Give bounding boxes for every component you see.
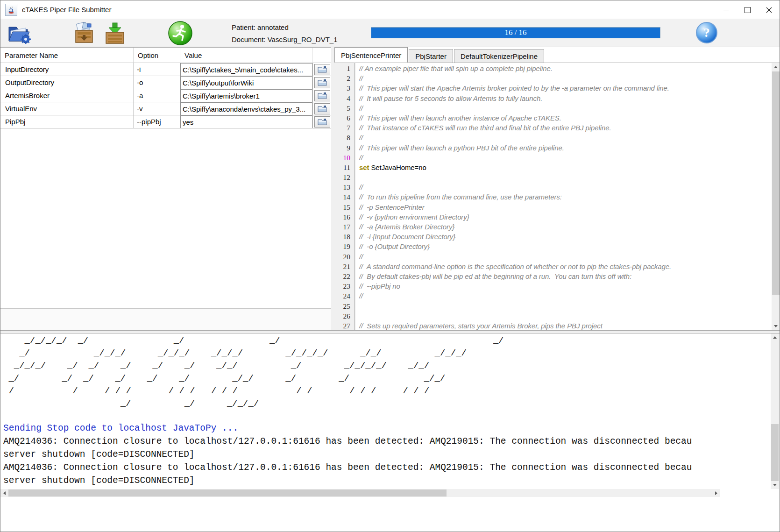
console-hscroll-thumb[interactable] bbox=[8, 489, 447, 497]
tab-DefaultTokenizerPipeline[interactable]: DefaultTokenizerPipeline bbox=[454, 49, 544, 63]
split-divider-vertical[interactable] bbox=[331, 47, 334, 330]
titlebar: cTAKES Piper File Submitter bbox=[0, 0, 780, 19]
piper-tabstrip: PbjSentencePrinterPbjStarterDefaultToken… bbox=[334, 47, 780, 63]
open-crate-button[interactable] bbox=[73, 22, 95, 46]
column-header: Value bbox=[180, 48, 312, 63]
code-line bbox=[359, 173, 771, 183]
param-value[interactable]: C:\Spiffy\output\forWiki bbox=[180, 76, 312, 89]
column-header: Option bbox=[134, 48, 180, 63]
code-line: // That instance of cTAKES will run the … bbox=[359, 124, 771, 134]
code-line: // This piper will then launch a python … bbox=[359, 144, 771, 154]
code-line: // bbox=[359, 292, 771, 302]
folder-icon bbox=[318, 118, 327, 125]
param-browse-cell bbox=[312, 76, 331, 89]
line-number-gutter: 1234567891011121314151617181920212223242… bbox=[334, 63, 355, 330]
run-button[interactable] bbox=[168, 21, 193, 47]
scroll-right-button[interactable] bbox=[712, 489, 720, 497]
scroll-down-button[interactable] bbox=[771, 481, 779, 489]
param-option: -o bbox=[134, 76, 180, 89]
code-line: // This piper will then launch another i… bbox=[359, 114, 771, 124]
line-number: 7 bbox=[334, 124, 354, 134]
code-line: // To run this pipeline from the command… bbox=[359, 193, 771, 203]
scroll-up-button[interactable] bbox=[771, 333, 779, 341]
tab-PbjSentencePrinter[interactable]: PbjSentencePrinter bbox=[334, 47, 408, 63]
folder-icon bbox=[318, 105, 327, 112]
piper-editor[interactable]: 1234567891011121314151617181920212223242… bbox=[334, 63, 780, 330]
code-line: // This piper will start the Apache Arte… bbox=[359, 84, 771, 94]
line-number: 11 bbox=[334, 163, 354, 173]
crate-download-icon bbox=[104, 22, 126, 44]
close-button[interactable] bbox=[758, 0, 780, 19]
browse-button[interactable] bbox=[314, 103, 330, 114]
line-number: 14 bbox=[334, 193, 354, 203]
param-value[interactable]: yes bbox=[180, 115, 312, 128]
code-line: // It will pause for 5 seconds to allow … bbox=[359, 94, 771, 104]
line-number: 12 bbox=[334, 173, 354, 183]
line-number: 23 bbox=[334, 282, 354, 292]
browse-button[interactable] bbox=[314, 116, 330, 128]
java-coffee-cup-icon bbox=[7, 6, 15, 14]
param-value[interactable]: C:\Spiffy\anaconda\envs\ctakes_py_3... bbox=[180, 102, 312, 115]
folder-icon bbox=[318, 79, 327, 86]
line-number: 5 bbox=[334, 104, 354, 114]
editor-scroll-thumb[interactable] bbox=[772, 71, 780, 295]
green-runner-icon bbox=[168, 21, 193, 46]
column-header-spacer bbox=[312, 48, 331, 63]
param-name: VirtualEnv bbox=[0, 102, 134, 115]
browse-button[interactable] bbox=[314, 64, 330, 75]
line-number: 21 bbox=[334, 262, 354, 272]
console-scroll-thumb[interactable] bbox=[771, 424, 779, 481]
scroll-down-button[interactable] bbox=[772, 322, 780, 330]
split-divider-horizontal[interactable] bbox=[0, 330, 780, 333]
line-number: 24 bbox=[334, 292, 354, 302]
browse-button[interactable] bbox=[314, 77, 330, 88]
folder-icon bbox=[318, 66, 327, 73]
console-horizontal-scrollbar[interactable] bbox=[0, 489, 720, 497]
document-label: Document: VascSurg_RO_DVT_1 bbox=[232, 35, 338, 43]
param-name: OutputDirectory bbox=[0, 76, 134, 89]
close-icon bbox=[766, 7, 772, 13]
param-value[interactable]: C:\Spiffy\ctakes_5\main_code\ctakes... bbox=[180, 63, 312, 76]
console-messages: Sending Stop code to localhost JavaToPy … bbox=[3, 423, 692, 489]
minimize-button[interactable] bbox=[715, 0, 737, 19]
line-number: 6 bbox=[334, 114, 354, 124]
editor-vertical-scrollbar[interactable] bbox=[772, 63, 780, 330]
param-browse-cell bbox=[312, 115, 331, 128]
line-number: 22 bbox=[334, 272, 354, 282]
window-controls bbox=[715, 0, 780, 19]
code-line: // -p SentencePrinter bbox=[359, 203, 771, 213]
line-number: 2 bbox=[334, 74, 354, 84]
patient-label: Patient: annotated bbox=[232, 23, 289, 31]
param-browse-cell bbox=[312, 102, 331, 115]
help-button[interactable]: ? bbox=[695, 21, 718, 45]
svg-text:?: ? bbox=[703, 26, 710, 40]
folder-icon bbox=[318, 92, 327, 99]
import-crate-button[interactable] bbox=[104, 22, 126, 46]
code-line: // Sets up required parameters, starts y… bbox=[359, 322, 771, 330]
code-line: // -a {Artemis Broker Directory} bbox=[359, 223, 771, 233]
param-option: -v bbox=[134, 102, 180, 115]
code-area[interactable]: // An example piper file that will spin … bbox=[359, 63, 771, 330]
line-number: 13 bbox=[334, 183, 354, 193]
line-number: 9 bbox=[334, 144, 354, 154]
browse-button[interactable] bbox=[314, 90, 330, 101]
column-header: Parameter Name bbox=[0, 48, 134, 63]
parameter-panel: Parameter NameOptionValue InputDirectory… bbox=[0, 47, 331, 330]
blue-question-icon: ? bbox=[695, 21, 718, 44]
open-piper-file-button[interactable] bbox=[7, 21, 31, 45]
param-option: --pipPbj bbox=[134, 115, 180, 128]
code-line: // bbox=[359, 134, 771, 143]
code-line: // -i {Input Document Directory} bbox=[359, 233, 771, 242]
line-number: 18 bbox=[334, 233, 354, 242]
console-vertical-scrollbar[interactable] bbox=[771, 333, 779, 489]
param-value[interactable]: C:\Spiffy\artemis\broker1 bbox=[180, 89, 312, 102]
param-option: -a bbox=[134, 89, 180, 102]
application-window: cTAKES Piper File Submitter bbox=[0, 0, 780, 532]
line-number: 8 bbox=[334, 134, 354, 143]
code-line: // An example piper file that will spin … bbox=[359, 64, 771, 74]
scroll-left-button[interactable] bbox=[0, 489, 8, 497]
tab-PbjStarter[interactable]: PbjStarter bbox=[409, 49, 453, 63]
line-number: 27 bbox=[334, 322, 354, 330]
maximize-button[interactable] bbox=[737, 0, 758, 19]
scroll-up-button[interactable] bbox=[772, 63, 780, 71]
